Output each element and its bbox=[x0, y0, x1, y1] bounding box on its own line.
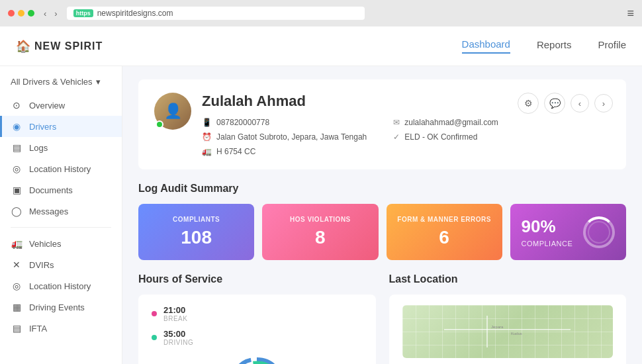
map-road-h bbox=[444, 329, 571, 330]
driving-events-icon: ▦ bbox=[11, 302, 23, 312]
audit-cards: COMPLIANTS 108 HOS VIOLATIONS 8 FORM & M… bbox=[138, 204, 626, 260]
nav-reports[interactable]: Reports bbox=[537, 39, 572, 53]
gear-icon: ⚙ bbox=[524, 98, 533, 109]
sidebar-label-location-history-2: Location History bbox=[29, 281, 91, 291]
email-value: zulalahahmad@gmail.com bbox=[404, 118, 498, 127]
driver-name-wrap: Zulalah Ahmad 📱 087820000778 ⏰ Jalan Gat… bbox=[202, 93, 498, 156]
break-info: 21:00 BREAK bbox=[163, 305, 187, 322]
sidebar-item-logs[interactable]: ▤ Logs bbox=[0, 137, 122, 158]
address-text: newspiritdesigns.com bbox=[97, 9, 173, 18]
compliance-text: 90% COMPLIANCE bbox=[522, 216, 573, 248]
gear-button[interactable]: ⚙ bbox=[518, 93, 539, 114]
sidebar-label-documents: Documents bbox=[29, 185, 73, 195]
dvirs-icon: ✕ bbox=[11, 259, 23, 270]
driving-value: 35:00 bbox=[163, 329, 193, 339]
logo-text: NEW SPIRIT bbox=[34, 40, 103, 52]
sidebar-item-overview[interactable]: ⊙ Overview bbox=[0, 95, 122, 116]
browser-nav: ‹ › bbox=[41, 7, 60, 20]
sidebar-label-vehicles: Vehicles bbox=[29, 239, 61, 249]
sidebar-label-messages: Messages bbox=[29, 206, 68, 216]
driver-info-col-left: 📱 087820000778 ⏰ Jalan Gatot Subroto, Je… bbox=[202, 118, 367, 156]
compliants-label: COMPLIANTS bbox=[173, 216, 220, 223]
sidebar-filter[interactable]: All Drivers & Vehicles ▾ bbox=[0, 77, 122, 95]
messages-icon: ◯ bbox=[11, 206, 23, 216]
sidebar-item-dvirs[interactable]: ✕ DVIRs bbox=[0, 254, 122, 275]
driver-avatar-wrap: 👤 bbox=[154, 93, 191, 130]
driver-info-col-right: ✉ zulalahahmad@gmail.com ✓ ELD - OK Conf… bbox=[393, 118, 498, 156]
https-badge: https bbox=[73, 9, 93, 17]
audit-card-form: FORM & MANNER ERRORS 6 bbox=[387, 204, 502, 260]
next-arrow[interactable]: › bbox=[594, 94, 613, 113]
nav-dashboard[interactable]: Dashboard bbox=[462, 38, 510, 54]
sidebar-item-driving-events[interactable]: ▦ Driving Events bbox=[0, 296, 122, 318]
driving-info: 35:00 DRIVING bbox=[163, 329, 193, 346]
back-button[interactable]: ‹ bbox=[41, 7, 49, 20]
dot-green bbox=[28, 10, 34, 17]
driver-info-grid: 📱 087820000778 ⏰ Jalan Gatot Subroto, Je… bbox=[202, 118, 498, 156]
logs-icon: ▤ bbox=[11, 142, 23, 153]
address-icon: ⏰ bbox=[202, 132, 212, 142]
sidebar-item-vehicles[interactable]: 🚛 Vehicles bbox=[0, 233, 122, 254]
break-value: 21:00 bbox=[163, 305, 187, 315]
browser-menu[interactable]: ≡ bbox=[627, 7, 634, 21]
browser-dots bbox=[8, 10, 34, 17]
browser-chrome: ‹ › https newspiritdesigns.com ≡ bbox=[0, 0, 642, 26]
chat-button[interactable]: 💬 bbox=[544, 93, 565, 114]
top-nav: 🏠 NEW SPIRIT Dashboard Reports Profile bbox=[0, 26, 642, 66]
sidebar-filter-label: All Drivers & Vehicles bbox=[11, 77, 93, 87]
form-value: 6 bbox=[439, 227, 449, 248]
logo: 🏠 NEW SPIRIT bbox=[16, 39, 103, 54]
filter-chevron: ▾ bbox=[96, 77, 101, 87]
hos-item-break: 21:00 BREAK bbox=[152, 305, 363, 322]
sidebar-label-driving-events: Driving Events bbox=[29, 302, 85, 312]
driver-eld: ✓ ELD - OK Confirmed bbox=[393, 132, 498, 142]
hos-card: 21:00 BREAK 35:00 DRIVING bbox=[138, 295, 376, 364]
driving-type: DRIVING bbox=[163, 339, 193, 346]
form-label: FORM & MANNER ERRORS bbox=[397, 216, 491, 223]
hos-chart bbox=[152, 353, 363, 364]
content-area: 👤 Zulalah Ahmad 📱 087820000778 ⏰ Jalan G… bbox=[122, 66, 642, 364]
sidebar-item-drivers[interactable]: ◉ Drivers bbox=[0, 116, 122, 137]
chat-icon: 💬 bbox=[549, 98, 561, 109]
nav-profile[interactable]: Profile bbox=[598, 39, 626, 53]
compliants-value: 108 bbox=[181, 227, 212, 248]
compliance-label: COMPLIANCE bbox=[522, 240, 573, 248]
compliance-percent: 90% bbox=[522, 216, 573, 237]
documents-icon: ▣ bbox=[11, 185, 23, 195]
location-card: Jepara Kudus bbox=[389, 295, 627, 364]
phone-value: 087820000778 bbox=[216, 118, 269, 127]
hos-section: Hours of Service 21:00 BREAK bbox=[138, 273, 376, 364]
address-bar[interactable]: https newspiritdesigns.com bbox=[67, 7, 365, 20]
prev-icon: ‹ bbox=[578, 99, 581, 109]
location-history-2-icon: ◎ bbox=[11, 281, 23, 291]
hos-items: 21:00 BREAK 35:00 DRIVING bbox=[152, 305, 363, 346]
sidebar-item-ifta[interactable]: ▤ IFTA bbox=[0, 318, 122, 339]
sidebar-item-documents[interactable]: ▣ Documents bbox=[0, 179, 122, 201]
location-section: Last Location Jepara Kudus bbox=[389, 273, 627, 364]
hos-value: 8 bbox=[315, 227, 326, 248]
map-grid bbox=[402, 305, 614, 358]
sidebar-label-overview: Overview bbox=[29, 101, 65, 111]
map-placeholder: Jepara Kudus bbox=[402, 305, 614, 358]
dot-red bbox=[8, 10, 15, 17]
prev-arrow[interactable]: ‹ bbox=[571, 94, 589, 113]
next-icon: › bbox=[602, 99, 605, 109]
audit-section: Log Audit Summary COMPLIANTS 108 HOS VIO… bbox=[138, 183, 626, 260]
sidebar-item-location-history-2[interactable]: ◎ Location History bbox=[0, 275, 122, 296]
hos-label: HOS VIOLATIONS bbox=[290, 216, 351, 223]
logo-icon: 🏠 bbox=[16, 39, 30, 54]
vehicle-icon: 🚛 bbox=[202, 147, 212, 156]
sidebar-item-location-history[interactable]: ◎ Location History bbox=[0, 158, 122, 179]
driver-name: Zulalah Ahmad bbox=[202, 93, 498, 110]
email-icon: ✉ bbox=[393, 118, 400, 127]
nav-links: Dashboard Reports Profile bbox=[462, 38, 626, 54]
driver-email: ✉ zulalahahmad@gmail.com bbox=[393, 118, 498, 127]
sidebar-item-messages[interactable]: ◯ Messages bbox=[0, 201, 122, 222]
forward-button[interactable]: › bbox=[52, 7, 60, 20]
break-type: BREAK bbox=[163, 315, 187, 322]
compliance-ring bbox=[583, 216, 615, 248]
phone-icon: 📱 bbox=[202, 118, 212, 127]
audit-card-hos: HOS VIOLATIONS 8 bbox=[262, 204, 378, 260]
sidebar-label-dvirs: DVIRs bbox=[29, 260, 54, 270]
main-layout: All Drivers & Vehicles ▾ ⊙ Overview ◉ Dr… bbox=[0, 66, 642, 364]
